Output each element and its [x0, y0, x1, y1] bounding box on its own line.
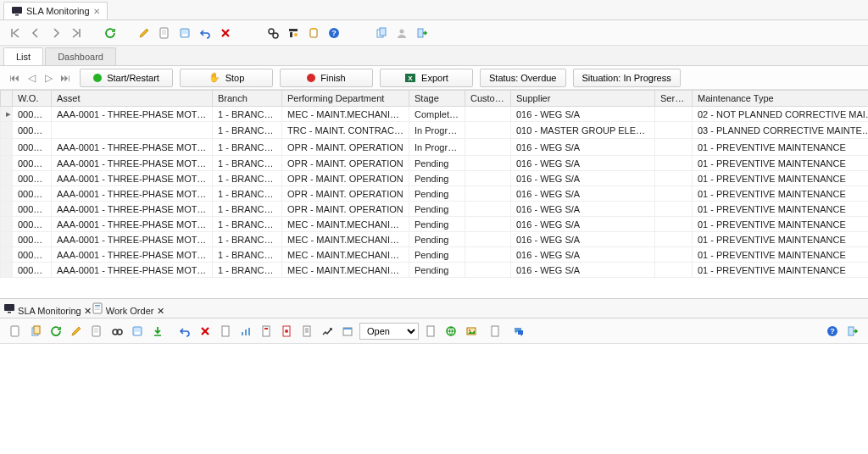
row-handle[interactable] [1, 186, 13, 202]
tab-sla-monitoring[interactable]: SLA Monitoring ✕ [3, 2, 108, 19]
clipboard-icon[interactable] [305, 25, 322, 42]
cell-branch: 1 - BRANCH 01 [213, 263, 282, 278]
save-icon[interactable] [176, 25, 193, 42]
col-mtype[interactable]: Maintenance Type [693, 91, 869, 107]
table-row[interactable]: 000082AAA-0001 - THREE-PHASE MOTORW2221 … [1, 139, 869, 156]
download-icon[interactable] [149, 323, 166, 340]
delete-icon[interactable] [197, 323, 214, 340]
cell-dept: OPR - MAINT. OPERATION [282, 186, 409, 202]
exit-icon[interactable] [414, 25, 431, 42]
binoculars-icon[interactable] [108, 323, 125, 340]
copy-doc-icon[interactable] [373, 25, 390, 42]
table-row[interactable]: 000091AAA-0001 - THREE-PHASE MOTORW2221 … [1, 247, 869, 263]
cell-branch: 1 - BRANCH 01 [213, 186, 282, 202]
bottom-tab-sla[interactable]: SLA Monitoring ✕ [3, 302, 92, 317]
report-icon[interactable] [258, 323, 275, 340]
help-icon[interactable]: ? [326, 25, 342, 42]
cell-wo: 000089 [13, 217, 52, 232]
row-handle[interactable] [1, 217, 13, 232]
row-handle[interactable] [1, 156, 13, 171]
bottom-tab-workorder[interactable]: Work Order ✕ [92, 302, 164, 317]
table-row[interactable]: ▸000077AAA-0001 - THREE-PHASE MOTORW2221… [1, 107, 869, 122]
grid-nav-prev-icon[interactable]: ◁ [24, 70, 39, 86]
col-service[interactable]: Service [655, 91, 693, 107]
export-button[interactable]: X Export [380, 69, 473, 87]
doc3-icon[interactable] [422, 323, 439, 340]
row-handle[interactable] [1, 263, 13, 278]
col-stage[interactable]: Stage [409, 91, 465, 107]
save-icon[interactable] [129, 323, 146, 340]
edit-icon[interactable] [68, 323, 85, 340]
delete-icon[interactable] [217, 25, 234, 42]
edit-icon[interactable] [136, 25, 153, 42]
filter-icon[interactable] [285, 25, 302, 42]
row-handle[interactable] [1, 122, 13, 139]
close-icon[interactable]: ✕ [157, 306, 164, 316]
start-restart-button[interactable]: Start/Restart [80, 69, 173, 87]
help-icon[interactable]: ? [824, 323, 841, 340]
doc-icon[interactable] [217, 323, 234, 340]
undo-icon[interactable] [176, 323, 193, 340]
row-handle[interactable] [1, 232, 13, 247]
close-icon[interactable]: ✕ [84, 306, 92, 316]
nav-prev-icon[interactable] [27, 25, 44, 42]
pdf-icon[interactable] [278, 323, 295, 340]
user-icon[interactable] [393, 25, 410, 42]
status-overdue-button[interactable]: Status: Overdue [480, 69, 566, 87]
situation-inprogress-button[interactable]: Situation: In Progress [573, 69, 681, 87]
col-asset[interactable]: Asset [52, 91, 213, 107]
exit-icon[interactable] [844, 323, 861, 340]
page-icon[interactable] [88, 323, 105, 340]
table-row[interactable]: 000103AAA-0001 - THREE-PHASE MOTORW2221 … [1, 263, 869, 278]
chat-icon[interactable] [510, 323, 527, 340]
new-icon[interactable] [156, 25, 173, 42]
globe-icon[interactable] [442, 323, 459, 340]
row-handle[interactable]: ▸ [1, 107, 13, 122]
svg-rect-21 [8, 312, 11, 313]
nav-next-icon[interactable] [47, 25, 64, 42]
undo-icon[interactable] [197, 25, 214, 42]
doc4-icon[interactable] [487, 323, 504, 340]
grid-nav-last-icon[interactable]: ⏭ [58, 70, 73, 86]
table-row[interactable]: 000089AAA-0001 - THREE-PHASE MOTORW2221 … [1, 217, 869, 232]
table-row[interactable]: 000083AAA-0001 - THREE-PHASE MOTORW2221 … [1, 156, 869, 171]
svg-rect-34 [222, 326, 229, 336]
table-row[interactable]: 000084AAA-0001 - THREE-PHASE MOTORW2221 … [1, 171, 869, 186]
col-wo[interactable]: W.O. [13, 91, 52, 107]
new-doc-icon[interactable] [7, 323, 24, 340]
finish-button[interactable]: Finish [280, 69, 373, 87]
subtab-list[interactable]: List [3, 47, 43, 65]
row-handle[interactable] [1, 202, 13, 217]
cell-service [655, 171, 693, 186]
calendar-icon[interactable] [339, 323, 356, 340]
cell-customer [465, 171, 511, 186]
doc2-icon[interactable] [298, 323, 315, 340]
cell-wo: 000077 [13, 107, 52, 122]
trend-icon[interactable] [319, 323, 336, 340]
image-icon[interactable] [463, 323, 480, 340]
row-handle[interactable] [1, 139, 13, 156]
col-customer[interactable]: Customer [465, 91, 511, 107]
col-branch[interactable]: Branch [213, 91, 282, 107]
nav-last-icon[interactable] [68, 25, 85, 42]
search-icon[interactable] [264, 25, 281, 42]
grid-nav-first-icon[interactable]: ⏮ [7, 70, 22, 86]
stop-button[interactable]: ✋ Stop [180, 69, 273, 87]
grid-nav-next-icon[interactable]: ▷ [41, 70, 56, 86]
table-row[interactable]: 000090AAA-0001 - THREE-PHASE MOTORW2221 … [1, 232, 869, 247]
row-handle[interactable] [1, 247, 13, 263]
subtab-dashboard[interactable]: Dashboard [45, 47, 116, 65]
table-row[interactable]: 000086AAA-0001 - THREE-PHASE MOTORW2221 … [1, 202, 869, 217]
clone-icon[interactable] [27, 323, 44, 340]
row-handle[interactable] [1, 171, 13, 186]
refresh-icon[interactable] [47, 323, 64, 340]
close-icon[interactable]: ✕ [93, 7, 100, 16]
table-row[interactable]: 0000801 - BRANCH 01TRC - MAINT. CONTRACT… [1, 122, 869, 139]
status-dropdown[interactable]: Open [359, 323, 419, 340]
refresh-icon[interactable] [102, 25, 119, 42]
table-row[interactable]: 000085AAA-0001 - THREE-PHASE MOTORW2221 … [1, 186, 869, 202]
chart-icon[interactable] [237, 323, 254, 340]
col-supplier[interactable]: Supplier [511, 91, 655, 107]
nav-first-icon[interactable] [7, 25, 24, 42]
col-dept[interactable]: Performing Department [282, 91, 409, 107]
